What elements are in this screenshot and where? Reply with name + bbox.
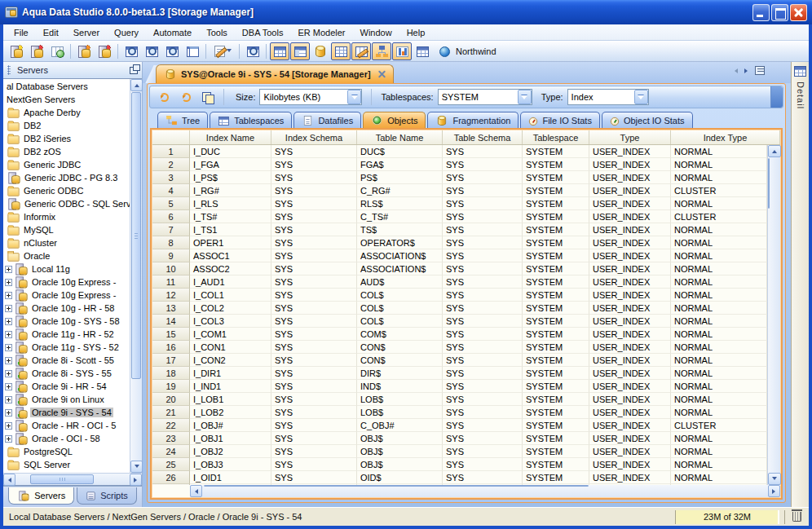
- tab-objects[interactable]: Objects: [363, 112, 426, 128]
- grid-cell[interactable]: USER_INDEX: [589, 145, 671, 158]
- grid-cell[interactable]: SYS: [271, 249, 357, 262]
- grid-cell[interactable]: USER_INDEX: [589, 380, 671, 393]
- row-number[interactable]: 18: [152, 367, 190, 380]
- menu-query[interactable]: Query: [107, 24, 146, 41]
- grid-cell[interactable]: SYSTEM: [523, 249, 589, 262]
- grid-cell[interactable]: SYS: [271, 354, 357, 367]
- grid-cell[interactable]: NORMAL: [671, 367, 767, 380]
- float-panel-icon[interactable]: [130, 67, 138, 74]
- expand-plus-icon[interactable]: [5, 266, 12, 273]
- menu-file[interactable]: File: [7, 24, 36, 41]
- grid-cell[interactable]: SYS: [443, 223, 523, 236]
- register-server-button[interactable]: [7, 42, 26, 60]
- tree-item[interactable]: Oracle 8i - SYS - 55: [3, 367, 130, 380]
- grid-cell[interactable]: USER_INDEX: [589, 236, 671, 249]
- grid-cell[interactable]: I_COM1: [190, 328, 271, 341]
- tab-datafiles[interactable]: Datafiles: [293, 112, 361, 128]
- connect-grid-button[interactable]: [47, 42, 67, 60]
- view-table-detail-button[interactable]: [290, 42, 310, 60]
- grid-cell[interactable]: SYS: [443, 249, 523, 262]
- grid-cell[interactable]: SYS: [443, 262, 523, 276]
- menu-server[interactable]: Server: [66, 24, 107, 41]
- row-number[interactable]: 22: [152, 419, 190, 432]
- grid-cell[interactable]: SYS: [443, 341, 523, 354]
- grid-cell[interactable]: SYS: [443, 315, 523, 328]
- chevron-down-icon[interactable]: [347, 90, 361, 104]
- row-number[interactable]: 5: [152, 197, 190, 210]
- view-schema-button[interactable]: [351, 42, 371, 60]
- grid-cell[interactable]: USER_INDEX: [589, 367, 671, 380]
- maximize-button[interactable]: [771, 4, 788, 21]
- grid-cell[interactable]: USER_INDEX: [589, 432, 671, 445]
- grid-cell[interactable]: FGA$: [357, 158, 443, 171]
- grid-cell[interactable]: SYSTEM: [523, 341, 589, 354]
- expand-plus-icon[interactable]: [5, 292, 12, 299]
- grid-cell[interactable]: SYS: [271, 328, 357, 341]
- grid-cell[interactable]: SYS: [271, 471, 357, 484]
- grid-cell[interactable]: SYS: [443, 158, 523, 171]
- tree-item[interactable]: DB2 zOS: [3, 145, 130, 158]
- grid-cell[interactable]: USER_INDEX: [589, 197, 671, 210]
- grid-cell[interactable]: SYS: [271, 315, 357, 328]
- row-number[interactable]: 3: [152, 171, 190, 184]
- grid-cell[interactable]: USER_INDEX: [589, 354, 671, 367]
- grid-cell[interactable]: I_OBJ2: [190, 445, 271, 458]
- row-number[interactable]: 23: [152, 432, 190, 445]
- tree-vertical-scrollbar[interactable]: [130, 79, 142, 473]
- scroll-left-icon[interactable]: [3, 474, 15, 486]
- grid-cell[interactable]: USER_INDEX: [589, 471, 671, 484]
- grid-cell[interactable]: NORMAL: [671, 406, 767, 419]
- grid-cell[interactable]: SYSTEM: [523, 406, 589, 419]
- tree-item[interactable]: Oracle - OCI - 58: [3, 432, 130, 445]
- grid-cell[interactable]: SYS: [443, 419, 523, 432]
- grid-cell[interactable]: SYS: [271, 432, 357, 445]
- scroll-up-icon[interactable]: [768, 145, 781, 157]
- grid-cell[interactable]: OBJ$: [357, 432, 443, 445]
- row-number[interactable]: 21: [152, 406, 190, 419]
- grid-cell[interactable]: SYSTEM: [523, 236, 589, 249]
- grid-cell[interactable]: OPERATOR$: [357, 236, 443, 249]
- grid-cell[interactable]: NORMAL: [671, 458, 767, 471]
- row-number[interactable]: 2: [152, 158, 190, 171]
- row-number[interactable]: 17: [152, 354, 190, 367]
- new-script-button[interactable]: [210, 42, 236, 60]
- view-table-button[interactable]: [270, 42, 289, 60]
- grid-cell[interactable]: SYS: [443, 289, 523, 302]
- grid-cell[interactable]: NORMAL: [671, 354, 767, 367]
- scroll-down-icon[interactable]: [768, 473, 781, 485]
- grid-cell[interactable]: NORMAL: [671, 223, 767, 236]
- tree-item[interactable]: Oracle 8i - Scott - 55: [3, 354, 130, 367]
- grid-cell[interactable]: OBJ$: [357, 445, 443, 458]
- grid-cell[interactable]: PS$: [357, 171, 443, 184]
- row-number[interactable]: 24: [152, 445, 190, 458]
- grid-cell[interactable]: NORMAL: [671, 315, 767, 328]
- grid-cell[interactable]: SYSTEM: [523, 158, 589, 171]
- grid-cell[interactable]: SYS: [443, 302, 523, 315]
- grid-cell[interactable]: SYS: [443, 210, 523, 223]
- grid-cell[interactable]: SYS: [443, 328, 523, 341]
- document-tab[interactable]: SYS@Oracle 9i - SYS - 54 [Storage Manage…: [156, 64, 394, 83]
- grid-cell[interactable]: ASSOCIATION$: [357, 249, 443, 262]
- result-window-button[interactable]: [162, 42, 182, 60]
- expand-plus-icon[interactable]: [5, 422, 12, 430]
- grid-cell[interactable]: SYS: [271, 419, 357, 432]
- row-number[interactable]: 8: [152, 236, 190, 249]
- menu-er-modeler[interactable]: ER Modeler: [290, 24, 352, 41]
- menu-window[interactable]: Window: [353, 24, 399, 41]
- grid-cell[interactable]: I_COL1: [190, 289, 271, 302]
- grid-cell[interactable]: COL$: [357, 315, 443, 328]
- tab-servers[interactable]: Servers: [8, 487, 74, 505]
- grid-cell[interactable]: I_CON1: [190, 341, 271, 354]
- grid-cell[interactable]: LOB$: [357, 393, 443, 406]
- grid-cell[interactable]: SYS: [271, 197, 357, 210]
- view-diagram-button[interactable]: [372, 42, 391, 60]
- tab-tablespaces[interactable]: Tablespaces: [210, 112, 292, 128]
- tree-item[interactable]: Generic ODBC - SQL Serv: [3, 197, 130, 210]
- grid-cell[interactable]: COL$: [357, 302, 443, 315]
- grid-cell[interactable]: SYSTEM: [523, 445, 589, 458]
- grid-cell[interactable]: I_CON2: [190, 354, 271, 367]
- column-header-tablespace[interactable]: Tablespace: [523, 130, 589, 144]
- tree-item[interactable]: Oracle 10g Express -: [3, 289, 130, 302]
- column-header-index-schema[interactable]: Index Schema: [271, 130, 357, 144]
- grid-cell[interactable]: ASSOC1: [190, 249, 271, 262]
